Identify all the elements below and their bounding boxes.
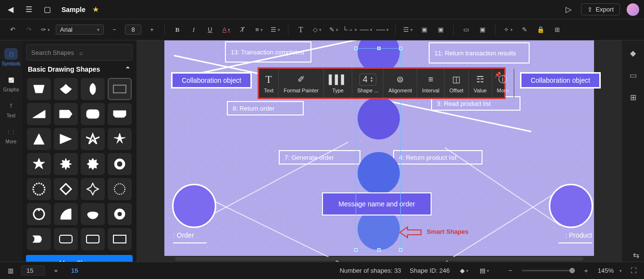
- italic-icon[interactable]: I: [188, 24, 199, 36]
- bold-icon[interactable]: B: [172, 24, 183, 36]
- frame2-icon[interactable]: ▣: [435, 24, 446, 36]
- shape-item[interactable]: [81, 203, 105, 225]
- redo-icon[interactable]: ↷: [23, 24, 35, 36]
- node-label[interactable]: 13: Transaction completed: [225, 41, 311, 63]
- shape-item[interactable]: [81, 128, 105, 150]
- text-tool-icon[interactable]: T: [295, 24, 307, 36]
- rail-symbols[interactable]: ▢ Symbols: [0, 45, 22, 69]
- frame1-icon[interactable]: ▣: [419, 24, 430, 36]
- shape-item[interactable]: [54, 153, 78, 175]
- ctx-value[interactable]: ☶ Value: [469, 69, 492, 98]
- collaboration-object[interactable]: Collaboration object: [520, 72, 601, 89]
- node-label[interactable]: 11: Return transaction results: [429, 42, 530, 63]
- back-icon[interactable]: ◀: [5, 4, 16, 15]
- ctx-interval[interactable]: ≡ Interval: [417, 69, 445, 98]
- zoom-slider[interactable]: [522, 270, 575, 271]
- node-label[interactable]: 7: Generate order: [279, 150, 360, 165]
- font-increase-button[interactable]: +: [146, 24, 158, 36]
- avatar[interactable]: [627, 3, 639, 16]
- zoom-out-button[interactable]: −: [505, 265, 516, 277]
- node-label[interactable]: 4: Return product list: [393, 150, 483, 165]
- edit-icon[interactable]: ✎: [519, 24, 530, 36]
- shape-count-input[interactable]: 4▴▾: [359, 74, 376, 86]
- align-icon[interactable]: ≡: [253, 24, 265, 36]
- shape-item[interactable]: [108, 153, 132, 175]
- menu-icon[interactable]: ☰: [23, 4, 35, 15]
- line-style-icon[interactable]: ──: [360, 24, 372, 36]
- shape-item[interactable]: [108, 103, 132, 125]
- line-style2-icon[interactable]: ──: [377, 24, 388, 36]
- shape-item[interactable]: [27, 203, 51, 225]
- panel-toggle-icon[interactable]: ⇆: [633, 251, 639, 260]
- underline-icon[interactable]: U: [204, 24, 216, 36]
- shape-item[interactable]: [108, 128, 132, 150]
- shape-item[interactable]: [27, 78, 51, 100]
- paint-bucket-icon[interactable]: ◆: [627, 47, 639, 59]
- pages-icon[interactable]: ▥: [5, 265, 16, 277]
- shape-item[interactable]: [81, 228, 105, 250]
- font-color-icon[interactable]: A: [221, 24, 232, 36]
- lock-icon[interactable]: 🔒: [535, 24, 546, 36]
- shape-item[interactable]: [108, 203, 132, 225]
- star-icon[interactable]: ★: [92, 5, 99, 14]
- zoom-in-button[interactable]: ＋: [581, 265, 592, 277]
- ctx-text[interactable]: T Text: [259, 69, 279, 98]
- ctx-type[interactable]: ▌▌▌ Type: [324, 69, 352, 98]
- pin-icon[interactable]: 📌: [495, 72, 501, 78]
- shape-item[interactable]: [81, 103, 105, 125]
- add-page-button[interactable]: ＋: [50, 265, 62, 277]
- current-page[interactable]: 15: [66, 267, 83, 274]
- clear-format-icon[interactable]: T̸: [237, 24, 248, 36]
- rail-more[interactable]: ⋮⋮ More: [0, 123, 22, 147]
- collaboration-object[interactable]: Collaboration object: [171, 72, 252, 89]
- shape-item[interactable]: [54, 178, 78, 200]
- apps-icon[interactable]: ⊞: [627, 91, 639, 103]
- actor-circle[interactable]: [172, 184, 216, 228]
- list-icon[interactable]: ☲: [402, 24, 414, 36]
- shape-item[interactable]: [27, 153, 51, 175]
- layout-icon[interactable]: ▭: [627, 69, 639, 81]
- line-spacing-icon[interactable]: ☰: [270, 24, 281, 36]
- grid-icon[interactable]: ⊞: [551, 24, 563, 36]
- shape-item[interactable]: [54, 128, 78, 150]
- actor-circle[interactable]: [549, 184, 593, 228]
- crop-icon[interactable]: ▣: [477, 24, 488, 36]
- shape-item[interactable]: [27, 128, 51, 150]
- magic-icon[interactable]: ✧: [502, 24, 514, 36]
- ctx-alignment[interactable]: ⊜ Alignment: [384, 69, 417, 98]
- shape-item[interactable]: [81, 178, 105, 200]
- canvas-icon[interactable]: ▭: [460, 24, 472, 36]
- tag-icon[interactable]: ✑: [39, 24, 51, 36]
- page-select[interactable]: 15: [21, 266, 45, 276]
- font-select[interactable]: Arial▾: [56, 25, 104, 35]
- shape-item[interactable]: [81, 153, 105, 175]
- panel-section-header[interactable]: Basic Drawing Shapes ⌃: [26, 61, 133, 78]
- rail-text[interactable]: T Text: [0, 97, 22, 121]
- font-decrease-button[interactable]: −: [109, 24, 120, 36]
- rail-graphs[interactable]: 📈 Graphs: [0, 71, 22, 95]
- shape-item[interactable]: [81, 78, 105, 100]
- canvas-scrollbar[interactable]: [175, 257, 583, 261]
- shape-item[interactable]: [27, 228, 51, 250]
- shape-item[interactable]: [54, 203, 78, 225]
- undo-icon[interactable]: ↶: [7, 24, 18, 36]
- save-icon[interactable]: ▢: [41, 4, 53, 15]
- font-size-input[interactable]: 8: [125, 25, 141, 35]
- connector-icon[interactable]: └→: [344, 24, 356, 36]
- export-button[interactable]: ⇪ Export: [581, 3, 620, 15]
- shape-item[interactable]: [54, 78, 78, 100]
- ctx-offset[interactable]: ◫ Offset: [445, 69, 469, 98]
- layers-icon[interactable]: ◆: [458, 265, 470, 277]
- shape-item[interactable]: [27, 103, 51, 125]
- shape-item[interactable]: [27, 178, 51, 200]
- shape-item[interactable]: [54, 228, 78, 250]
- ctx-format-painter[interactable]: ✐ Format Painter: [279, 69, 324, 98]
- search-input[interactable]: Search Shapes ⌕: [26, 44, 133, 61]
- play-icon[interactable]: ▷: [563, 4, 574, 15]
- shape-item[interactable]: [54, 103, 78, 125]
- view-layers-icon[interactable]: ▤: [479, 265, 490, 277]
- pen-color-icon[interactable]: ✎: [328, 24, 339, 36]
- fullscreen-icon[interactable]: ⛶: [628, 265, 639, 277]
- shape-item[interactable]: [108, 78, 132, 100]
- ctx-shape[interactable]: 4▴▾ Shape ...: [352, 69, 384, 98]
